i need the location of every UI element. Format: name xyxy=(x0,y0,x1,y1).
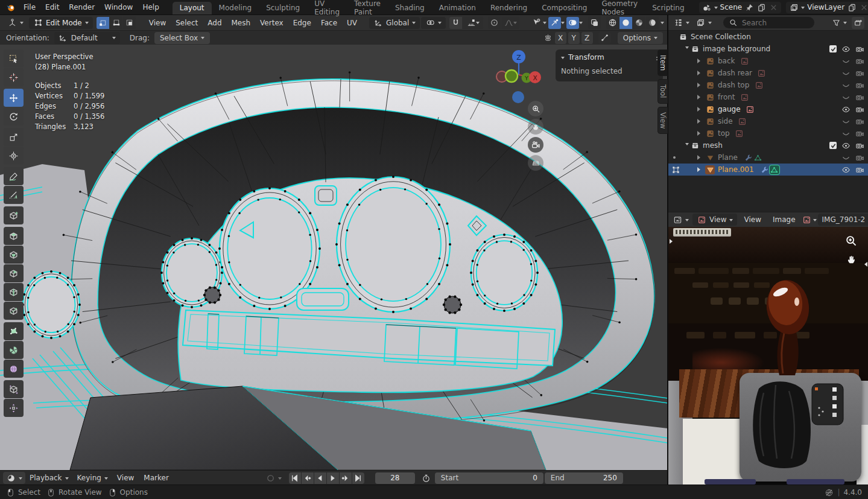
disable-render-icon[interactable] xyxy=(855,129,864,138)
viewport-3d[interactable]: User Perspective (28) Plane.001 Objects1… xyxy=(0,45,668,470)
region-expand-icon[interactable] xyxy=(670,239,675,244)
tool-edge-slide[interactable] xyxy=(4,380,24,398)
tool-add-cube[interactable] xyxy=(4,206,24,224)
workspace-tab-texture-paint[interactable]: Texture Paint xyxy=(347,0,388,19)
disable-render-icon[interactable] xyxy=(855,117,864,126)
region-collapse-icon[interactable] xyxy=(862,262,867,267)
workspace-tab-compositing[interactable]: Compositing xyxy=(534,2,594,14)
jump-to-end-button[interactable] xyxy=(352,472,364,484)
tool-extrude-region[interactable] xyxy=(4,227,24,245)
outliner-item-plane-001[interactable]: Plane.001 xyxy=(668,164,868,176)
tool-poly-build[interactable] xyxy=(4,322,24,340)
hide-viewport-icon[interactable] xyxy=(841,45,851,54)
unlink-scene-icon[interactable] xyxy=(768,3,778,12)
image-editor-type-button[interactable] xyxy=(671,214,691,226)
snap-target-dropdown[interactable] xyxy=(463,17,483,29)
outliner-item-plane[interactable]: Plane xyxy=(668,151,868,164)
disable-render-icon[interactable] xyxy=(855,69,864,78)
visibility-dropdown[interactable] xyxy=(530,17,546,29)
hide-viewport-icon[interactable] xyxy=(841,93,851,102)
tool-select-box[interactable] xyxy=(4,49,24,68)
workspace-tab-modeling[interactable]: Modeling xyxy=(212,2,259,14)
menu-select[interactable]: Select xyxy=(171,19,203,27)
outliner-row-scene-collection[interactable]: Scene Collection xyxy=(668,31,868,43)
menu-help[interactable]: Help xyxy=(138,3,163,11)
tool-options-dropdown[interactable]: Options xyxy=(618,32,663,44)
drag-mode-dropdown[interactable]: Select Box xyxy=(154,32,210,44)
menu-add[interactable]: Add xyxy=(203,19,226,27)
hide-viewport-icon[interactable] xyxy=(841,153,851,162)
outliner-display-mode-dropdown[interactable] xyxy=(694,17,714,29)
tab-view[interactable]: View xyxy=(657,107,668,134)
jump-to-start-button[interactable] xyxy=(289,472,301,484)
face-select-mode-button[interactable] xyxy=(123,17,136,29)
play-reverse-button[interactable] xyxy=(314,472,326,484)
disable-render-icon[interactable] xyxy=(855,93,864,102)
menu-window[interactable]: Window xyxy=(100,3,138,11)
image-editor-viewport[interactable] xyxy=(668,227,868,485)
camera-view-button[interactable] xyxy=(528,137,543,153)
tool-spin[interactable] xyxy=(4,341,24,359)
snap-toggle-button[interactable] xyxy=(449,17,462,29)
new-viewlayer-icon[interactable] xyxy=(847,3,857,12)
vertex-select-mode-button[interactable] xyxy=(97,17,109,29)
blender-logo-icon[interactable] xyxy=(6,3,15,12)
navigation-gizmo[interactable]: Z Y X xyxy=(493,47,544,105)
image-image-menu[interactable]: Image xyxy=(768,215,800,224)
workspace-tab-scripting[interactable]: Scripting xyxy=(645,2,691,14)
transform-orientation-dropdown[interactable]: Global xyxy=(369,17,420,29)
shading-solid-button[interactable] xyxy=(619,17,632,29)
hide-viewport-icon[interactable] xyxy=(841,57,851,66)
menu-vertex[interactable]: Vertex xyxy=(255,19,288,27)
outliner-item-dash-top[interactable]: dash top xyxy=(668,79,868,91)
tool-measure[interactable] xyxy=(4,186,24,204)
auto-keying-button[interactable] xyxy=(264,472,277,484)
pivot-point-dropdown[interactable] xyxy=(421,17,446,29)
shading-wireframe-button[interactable] xyxy=(606,17,619,29)
transform-panel-header[interactable]: Transform xyxy=(561,53,657,62)
image-browse-icon[interactable] xyxy=(802,215,812,224)
tool-cursor[interactable] xyxy=(4,68,24,86)
warning-light-cutout[interactable] xyxy=(315,186,337,205)
mirror-x-button[interactable]: X xyxy=(555,32,566,44)
edge-select-mode-button[interactable] xyxy=(110,17,122,29)
display-cutout[interactable] xyxy=(297,288,349,310)
mirror-y-button[interactable]: Y xyxy=(568,32,580,44)
start-frame-field[interactable]: 0 xyxy=(533,474,537,482)
disable-render-icon[interactable] xyxy=(855,165,864,174)
tool-knife[interactable] xyxy=(4,302,24,320)
orthographic-toggle-button[interactable] xyxy=(528,155,543,171)
use-preview-range-button[interactable] xyxy=(420,472,432,484)
disable-render-icon[interactable] xyxy=(855,105,864,114)
tool-loop-cut[interactable] xyxy=(4,283,24,301)
play-button[interactable] xyxy=(327,472,339,484)
workspace-tab-sculpting[interactable]: Sculpting xyxy=(259,2,307,14)
pan-button[interactable] xyxy=(528,119,543,135)
hide-viewport-icon[interactable] xyxy=(841,141,851,150)
search-input[interactable] xyxy=(741,18,809,28)
collection-checkbox[interactable] xyxy=(829,142,837,149)
menu-edge[interactable]: Edge xyxy=(288,19,316,27)
outliner-editor-type-button[interactable] xyxy=(671,17,691,29)
scene-selector[interactable]: Scene xyxy=(699,2,782,13)
gizmo-minus-z-axis[interactable] xyxy=(512,91,524,103)
timeline-editor-type-button[interactable] xyxy=(3,472,25,484)
image-view-menu[interactable]: View xyxy=(739,215,765,224)
outliner-item-side[interactable]: side xyxy=(668,115,868,127)
timeline-view-menu[interactable]: View xyxy=(112,474,139,482)
keying-menu[interactable]: Keying xyxy=(73,472,112,484)
tool-rotate[interactable] xyxy=(4,107,24,126)
tab-item[interactable]: Item xyxy=(657,49,668,76)
pin-icon[interactable] xyxy=(744,3,754,12)
tab-tool[interactable]: Tool xyxy=(657,79,668,103)
gizmo-minus-y-axis[interactable] xyxy=(505,70,518,82)
outliner-row-mesh-collection[interactable]: mesh xyxy=(668,139,868,151)
show-overlays-dropdown[interactable] xyxy=(566,17,583,29)
menu-file[interactable]: File xyxy=(19,3,40,11)
hide-viewport-icon[interactable] xyxy=(841,165,851,174)
timeline-marker-menu[interactable]: Marker xyxy=(139,474,173,482)
new-scene-icon[interactable] xyxy=(756,3,766,12)
disable-render-icon[interactable] xyxy=(855,141,864,150)
collection-checkbox[interactable] xyxy=(829,45,837,52)
outliner-row-image-background[interactable]: image background xyxy=(668,43,868,55)
